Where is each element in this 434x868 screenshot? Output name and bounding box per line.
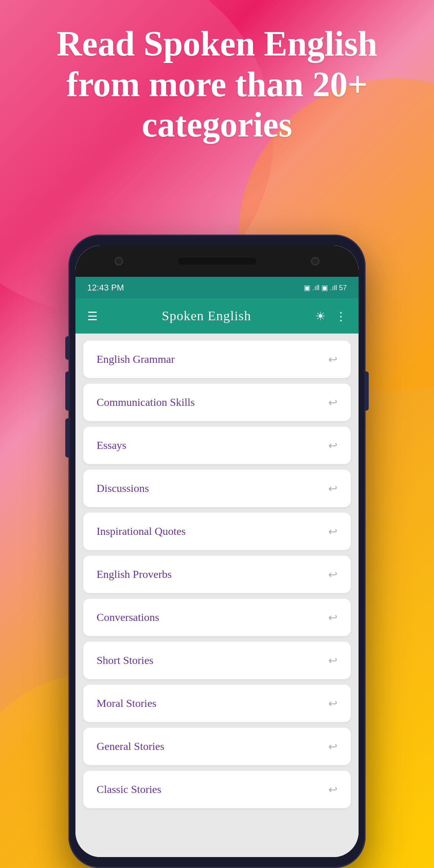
category-item[interactable]: Essays↪ — [83, 427, 351, 464]
notch-area — [75, 246, 359, 277]
category-label: Classic Stories — [97, 783, 161, 796]
status-time: 12:43 PM — [87, 283, 124, 293]
brightness-icon[interactable]: ☀ — [315, 309, 326, 323]
category-label: Essays — [97, 439, 126, 452]
arrow-icon: ↪ — [328, 568, 337, 581]
app-bar-actions: ☀ ⋮ — [315, 309, 347, 323]
arrow-icon: ↪ — [328, 439, 337, 452]
category-list: English Grammar↪Communication Skills↪Ess… — [75, 334, 359, 857]
volume-up-button — [65, 371, 69, 411]
camera-right — [311, 257, 319, 265]
category-item[interactable]: Inspirational Quotes↪ — [83, 513, 351, 550]
app-bar: ☰ Spoken English ☀ ⋮ — [75, 298, 359, 334]
category-label: Short Stories — [97, 654, 153, 667]
category-item[interactable]: Moral Stories↪ — [83, 685, 351, 722]
category-label: English Grammar — [97, 353, 175, 366]
arrow-icon: ↪ — [328, 654, 337, 667]
category-label: Discussions — [97, 482, 149, 495]
phone-body: 12:43 PM ▣ .ıll ▣ .ıll 57 ☰ Spoken Engli… — [68, 235, 366, 868]
arrow-icon: ↪ — [328, 783, 337, 796]
category-label: Conversations — [97, 611, 159, 624]
category-item[interactable]: Classic Stories↪ — [83, 771, 351, 808]
category-item[interactable]: General Stories↪ — [83, 728, 351, 765]
arrow-icon: ↪ — [328, 697, 337, 710]
page-title: Read Spoken English from more than 20+ c… — [23, 23, 411, 145]
power-button — [365, 371, 369, 411]
category-item[interactable]: Discussions↪ — [83, 470, 351, 507]
arrow-icon: ↪ — [328, 740, 337, 753]
status-bar: 12:43 PM ▣ .ıll ▣ .ıll 57 — [75, 277, 359, 298]
category-item[interactable]: English Grammar↪ — [83, 341, 351, 378]
more-options-icon[interactable]: ⋮ — [335, 309, 347, 323]
header-section: Read Spoken English from more than 20+ c… — [0, 23, 434, 145]
arrow-icon: ↪ — [328, 482, 337, 495]
app-title: Spoken English — [162, 308, 251, 323]
menu-icon[interactable]: ☰ — [87, 309, 98, 323]
arrow-icon: ↪ — [328, 525, 337, 538]
category-item[interactable]: English Proverbs↪ — [83, 556, 351, 593]
category-item[interactable]: Short Stories↪ — [83, 642, 351, 679]
volume-down-button — [65, 418, 69, 457]
speaker — [178, 258, 256, 265]
mute-button — [65, 336, 69, 360]
category-item[interactable]: Conversations↪ — [83, 599, 351, 636]
category-label: Communication Skills — [97, 396, 195, 409]
category-label: General Stories — [97, 740, 164, 753]
phone-mockup: 12:43 PM ▣ .ıll ▣ .ıll 57 ☰ Spoken Engli… — [68, 235, 366, 868]
status-icons: ▣ .ıll ▣ .ıll 57 — [304, 283, 347, 292]
camera-left — [115, 257, 123, 265]
category-item[interactable]: Communication Skills↪ — [83, 384, 351, 421]
arrow-icon: ↪ — [328, 611, 337, 624]
arrow-icon: ↪ — [328, 396, 337, 409]
category-label: English Proverbs — [97, 568, 172, 581]
category-label: Moral Stories — [97, 697, 156, 710]
signal-icons: ▣ .ıll ▣ .ıll 57 — [304, 283, 347, 292]
phone-screen: 12:43 PM ▣ .ıll ▣ .ıll 57 ☰ Spoken Engli… — [75, 246, 359, 857]
arrow-icon: ↪ — [328, 353, 337, 366]
category-label: Inspirational Quotes — [97, 525, 186, 538]
